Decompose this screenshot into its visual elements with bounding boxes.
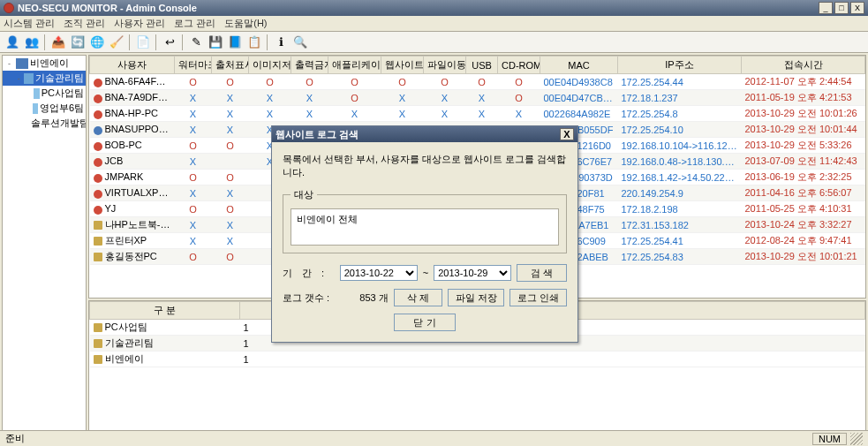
column-header[interactable]: USB: [466, 57, 498, 74]
tree-item[interactable]: 영업부6팀: [3, 101, 86, 116]
maximize-button[interactable]: □: [834, 2, 849, 14]
print-log-button[interactable]: 로그 인쇄: [509, 289, 567, 306]
ip-cell: 172.25.254.44: [618, 74, 742, 90]
target-value-box: 비엔에이 전체: [291, 208, 559, 246]
tool-book-icon[interactable]: 📘: [226, 34, 244, 51]
tool-edit-icon[interactable]: ✎: [187, 34, 205, 51]
tool-user-icon[interactable]: 👤: [4, 34, 21, 51]
flag-cell: X: [381, 106, 424, 122]
tool-clean-icon[interactable]: 🧹: [108, 34, 125, 51]
tool-search-icon[interactable]: 🔍: [291, 34, 309, 51]
column-header[interactable]: 이미지저장: [249, 57, 291, 74]
group-icon: [94, 355, 102, 364]
search-button[interactable]: 검 색: [517, 264, 567, 282]
tool-copy-icon[interactable]: 📄: [134, 34, 152, 51]
user-cell: VIRTUALXP-52...: [90, 185, 175, 201]
column-header[interactable]: 구 분: [90, 302, 240, 320]
table-row[interactable]: BNA-HP-PCXXXXXXXXX0022684A982E172.25.254…: [90, 106, 865, 122]
target-value: 비엔에이 전체: [297, 214, 358, 224]
tree-item[interactable]: -비엔에이: [3, 56, 86, 71]
tool-info-icon[interactable]: ℹ: [272, 34, 290, 51]
resize-grip-icon[interactable]: [850, 433, 863, 445]
ip-cell: 172.25.254.10: [618, 122, 742, 138]
flag-cell: O: [212, 249, 249, 265]
flag-cell: X: [498, 106, 540, 122]
column-header[interactable]: 애플리케이션: [328, 57, 381, 74]
status-icon: [94, 253, 102, 261]
delete-button[interactable]: 삭 제: [394, 289, 442, 306]
tree-panel[interactable]: -비엔에이-기술관리팀PC사업팀영업부6팀솔루션개발팀: [2, 55, 87, 431]
column-header[interactable]: 파일이동: [424, 57, 466, 74]
menu-item[interactable]: 도움말(H): [224, 17, 267, 30]
dialog-close-button[interactable]: X: [560, 128, 574, 140]
menu-item[interactable]: 로그 관리: [174, 17, 215, 30]
dialog-description: 목록에서 선택한 부서, 사용자를 대상으로 웹사이트 로그를 검색합니다.: [283, 153, 567, 179]
table-row[interactable]: BNA-7A9DF3A3...XXXXOXXXO00E04D47CB9C172.…: [90, 90, 865, 106]
flag-cell: X: [212, 185, 249, 201]
menu-item[interactable]: 사용자 관리: [114, 17, 165, 30]
flag-cell: X: [249, 90, 291, 106]
flag-cell: O: [328, 74, 381, 90]
tree-label: 비엔에이: [30, 57, 69, 70]
table-row[interactable]: 비엔에이1: [90, 352, 865, 367]
time-cell: 2013-10-24 오후 3:32:27: [742, 217, 865, 233]
toolbar-separator: [44, 34, 46, 50]
tree-item[interactable]: -기술관리팀: [3, 71, 86, 86]
column-header[interactable]: 웹사이트: [381, 57, 424, 74]
tool-export-icon[interactable]: 📤: [49, 34, 67, 51]
toolbar-separator: [129, 34, 131, 50]
tool-undo-icon[interactable]: ↩: [161, 34, 178, 51]
column-header[interactable]: IP주소: [618, 57, 742, 74]
date-from-select[interactable]: 2013-10-22: [340, 265, 418, 281]
flag-cell: O: [212, 138, 249, 154]
flag-cell: X: [175, 90, 212, 106]
time-cell: 2011-05-25 오후 4:10:31: [742, 201, 865, 217]
tree-expand-icon[interactable]: -: [4, 59, 14, 68]
flag-cell: X: [212, 106, 249, 122]
close-dialog-button[interactable]: 닫 기: [394, 314, 456, 331]
tree-folder-icon: [24, 73, 34, 84]
column-header[interactable]: 출처표시: [212, 57, 249, 74]
status-icon: [94, 221, 102, 230]
dialog-titlebar[interactable]: 웹사이트 로그 검색 X: [272, 126, 577, 142]
tree-item[interactable]: PC사업팀: [3, 86, 86, 101]
column-header[interactable]: 접속시간: [742, 57, 865, 74]
time-cell: 2012-11-07 오후 2:44:54: [742, 74, 865, 90]
save-file-button[interactable]: 파일 저장: [448, 289, 505, 306]
column-header[interactable]: 출력금지: [291, 57, 328, 74]
column-header[interactable]: 사용자: [90, 57, 175, 74]
close-button[interactable]: X: [850, 2, 864, 14]
column-header[interactable]: CD-ROM: [498, 57, 540, 74]
user-cell: BNASUPPORT: [90, 122, 175, 138]
tool-group-icon[interactable]: 👥: [23, 34, 41, 51]
column-header[interactable]: MAC: [540, 57, 618, 74]
app-icon: [4, 3, 14, 13]
tool-refresh-icon[interactable]: 🔄: [69, 34, 87, 51]
window-title: NEO-SECU MONITOR - Admin Console: [18, 3, 819, 13]
tool-save-icon[interactable]: 💾: [207, 34, 224, 51]
flag-cell: X: [381, 90, 424, 106]
flag-cell: O: [212, 170, 249, 185]
flag-cell: O: [175, 201, 212, 217]
user-cell: JCB: [90, 154, 175, 170]
flag-cell: O: [291, 74, 328, 90]
tree-expand-icon[interactable]: -: [15, 74, 22, 83]
flag-cell: O: [249, 74, 291, 90]
date-to-select[interactable]: 2013-10-29: [434, 265, 511, 281]
column-header[interactable]: 워터마크: [175, 57, 212, 74]
flag-cell: X: [212, 90, 249, 106]
time-cell: 2013-10-29 오전 10:01:44: [742, 122, 865, 138]
tree-item[interactable]: 솔루션개발팀: [3, 116, 86, 131]
mac-cell: 0022684A982E: [540, 106, 618, 122]
count-row: 로그 갯수 : 853 개 삭 제 파일 저장 로그 인쇄: [283, 289, 567, 306]
menu-item[interactable]: 시스템 관리: [4, 17, 55, 30]
minimize-button[interactable]: _: [819, 2, 833, 14]
tool-globe-icon[interactable]: 🌐: [88, 34, 106, 51]
window-buttons: _ □ X: [819, 2, 864, 14]
table-row[interactable]: BNA-6FA4FAF9...OOOOOOOOO00E04D4938C8172.…: [90, 74, 865, 90]
value-cell: 1: [240, 352, 865, 367]
tool-paste-icon[interactable]: 📋: [245, 34, 263, 51]
time-cell: 2013-10-29 오전 10:01:21: [742, 249, 865, 265]
user-cell: BNA-7A9DF3A3...: [90, 90, 175, 106]
menu-item[interactable]: 조직 관리: [64, 17, 105, 30]
